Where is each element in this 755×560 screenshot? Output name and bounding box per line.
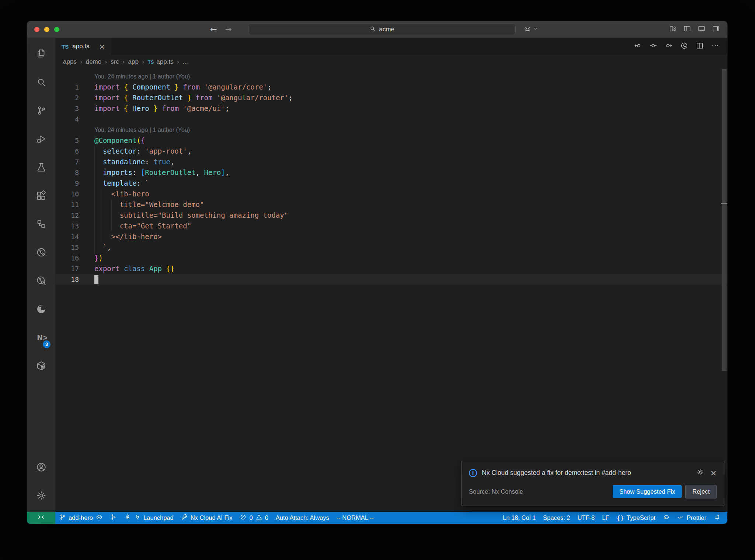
- line-number-7[interactable]: 7: [55, 157, 79, 167]
- line-number-6[interactable]: 6: [55, 146, 79, 157]
- breadcrumb-item-app[interactable]: app: [128, 58, 139, 66]
- toggle-panel-icon[interactable]: [697, 25, 706, 34]
- breadcrumb-item-src[interactable]: src: [111, 58, 119, 66]
- line-number-4[interactable]: 4: [55, 114, 79, 125]
- status-nx-cloud-ai-fix[interactable]: Nx Cloud AI Fix: [177, 512, 236, 524]
- status-cursor-position[interactable]: Ln 18, Col 1: [499, 512, 539, 524]
- activity-explorer[interactable]: [27, 40, 55, 69]
- notification-settings-icon[interactable]: [696, 468, 704, 477]
- line-number-1[interactable]: 1: [55, 82, 79, 92]
- typescript-file-icon: TS: [62, 43, 69, 50]
- line-number-12[interactable]: 12: [55, 210, 79, 221]
- line-content: import { Hero } from '@acme/ui';: [79, 103, 229, 114]
- status-encoding[interactable]: UTF-8: [574, 512, 598, 524]
- show-suggested-fix-button[interactable]: Show Suggested Fix: [613, 485, 682, 498]
- activity-source-control-graph[interactable]: [27, 239, 55, 267]
- code-line-12[interactable]: 12 subtitle="Build something amazing tod…: [55, 210, 727, 221]
- status-eol[interactable]: LF: [598, 512, 613, 524]
- status-auto-attach[interactable]: Auto Attach: Always: [272, 512, 333, 524]
- toggle-primary-sidebar-icon[interactable]: [683, 25, 691, 34]
- next-change-icon[interactable]: [665, 42, 673, 51]
- remote-indicator[interactable]: [27, 512, 55, 524]
- line-number-2[interactable]: 2: [55, 92, 79, 103]
- code-line-6[interactable]: 6 selector: 'app-root',: [55, 146, 727, 157]
- scrollbar-thumb[interactable]: [722, 69, 727, 371]
- command-center-search[interactable]: acme: [248, 24, 516, 35]
- code-line-5[interactable]: 5@Component({: [55, 135, 727, 146]
- zoom-window-button[interactable]: [54, 27, 59, 32]
- split-editor-icon[interactable]: [696, 42, 704, 51]
- status-launchpad[interactable]: Launchpad: [121, 512, 177, 524]
- status-copilot-status[interactable]: [659, 512, 674, 524]
- code-line-13[interactable]: 13 cta="Get Started": [55, 221, 727, 231]
- navigate-back-icon[interactable]: ←: [210, 25, 217, 34]
- code-line-9[interactable]: 9 template: `: [55, 178, 727, 189]
- close-icon[interactable]: ×: [710, 469, 717, 477]
- activity-source-control[interactable]: [27, 97, 55, 125]
- code-line-4[interactable]: 4: [55, 114, 727, 125]
- activity-settings[interactable]: [27, 482, 55, 510]
- close-window-button[interactable]: [34, 27, 39, 32]
- current-change-icon[interactable]: [649, 42, 657, 51]
- code-editor[interactable]: You, 24 minutes ago | 1 author (You)1imp…: [55, 69, 727, 512]
- activity-accounts[interactable]: [27, 454, 55, 482]
- activity-git-history-search[interactable]: [27, 267, 55, 295]
- line-number-10[interactable]: 10: [55, 189, 79, 199]
- line-number-9[interactable]: 9: [55, 178, 79, 189]
- more-actions-icon[interactable]: [711, 42, 719, 51]
- status-notifications-bell[interactable]: [710, 512, 724, 524]
- line-number-5[interactable]: 5: [55, 135, 79, 146]
- minimize-window-button[interactable]: [44, 27, 49, 32]
- status-vim-mode[interactable]: -- NORMAL --: [333, 512, 378, 524]
- activity-search[interactable]: [27, 69, 55, 97]
- status-scm-graph[interactable]: [106, 512, 121, 524]
- line-number-16[interactable]: 16: [55, 253, 79, 263]
- line-number-3[interactable]: 3: [55, 103, 79, 114]
- status-language-mode[interactable]: {}TypeScript: [613, 512, 659, 524]
- activity-extensions[interactable]: [27, 182, 55, 210]
- toggle-secondary-sidebar-icon[interactable]: [712, 25, 720, 34]
- tab-app-ts[interactable]: TS app.ts ×: [55, 38, 111, 55]
- line-number-8[interactable]: 8: [55, 167, 79, 178]
- line-number-17[interactable]: 17: [55, 263, 79, 274]
- code-line-11[interactable]: 11 title="Welcmoe demo": [55, 199, 727, 210]
- code-line-14[interactable]: 14 ></lib-hero>: [55, 231, 727, 242]
- copilot-menu[interactable]: [523, 21, 538, 38]
- line-number-13[interactable]: 13: [55, 221, 79, 231]
- activity-nx-console[interactable]: N>3: [27, 324, 55, 352]
- line-content: export class App {}: [79, 263, 174, 274]
- code-line-3[interactable]: 3import { Hero } from '@acme/ui';: [55, 103, 727, 114]
- code-line-7[interactable]: 7 standalone: true,: [55, 157, 727, 167]
- activity-project-structure[interactable]: [27, 210, 55, 239]
- status-problems[interactable]: 00: [236, 512, 272, 524]
- line-number-18[interactable]: 18: [55, 274, 79, 285]
- status-git-branch[interactable]: add-hero: [55, 512, 106, 524]
- previous-change-icon[interactable]: [634, 42, 642, 51]
- scm-graph-icon[interactable]: [680, 42, 688, 51]
- line-number-11[interactable]: 11: [55, 199, 79, 210]
- code-line-17[interactable]: 17export class App {}: [55, 263, 727, 274]
- status-formatter-prettier[interactable]: Prettier: [674, 512, 710, 524]
- code-line-15[interactable]: 15 `,: [55, 242, 727, 253]
- navigate-forward-icon[interactable]: →: [225, 25, 232, 34]
- breadcrumb-item-demo[interactable]: demo: [86, 58, 102, 66]
- breadcrumb-item-file[interactable]: TSapp.ts: [148, 58, 174, 66]
- activity-testing[interactable]: [27, 154, 55, 182]
- close-tab-icon[interactable]: ×: [99, 42, 105, 51]
- line-number-14[interactable]: 14: [55, 231, 79, 242]
- code-line-8[interactable]: 8 imports: [RouterOutlet, Hero],: [55, 167, 727, 178]
- activity-containers[interactable]: [27, 352, 55, 381]
- status-indentation[interactable]: Spaces: 2: [539, 512, 574, 524]
- line-number-15[interactable]: 15: [55, 242, 79, 253]
- code-line-1[interactable]: 1import { Component } from '@angular/cor…: [55, 82, 727, 92]
- breadcrumb-symbols[interactable]: ...: [182, 58, 188, 66]
- breadcrumb-item-apps[interactable]: apps: [63, 58, 77, 66]
- code-line-2[interactable]: 2import { RouterOutlet } from '@angular/…: [55, 92, 727, 103]
- code-line-18[interactable]: 18: [55, 274, 727, 285]
- code-line-16[interactable]: 16}): [55, 253, 727, 263]
- code-line-10[interactable]: 10 <lib-hero: [55, 189, 727, 199]
- activity-run-and-debug[interactable]: [27, 125, 55, 154]
- customize-layout-icon[interactable]: [669, 25, 677, 34]
- reject-button[interactable]: Reject: [685, 485, 717, 498]
- activity-edge-tools[interactable]: [27, 295, 55, 324]
